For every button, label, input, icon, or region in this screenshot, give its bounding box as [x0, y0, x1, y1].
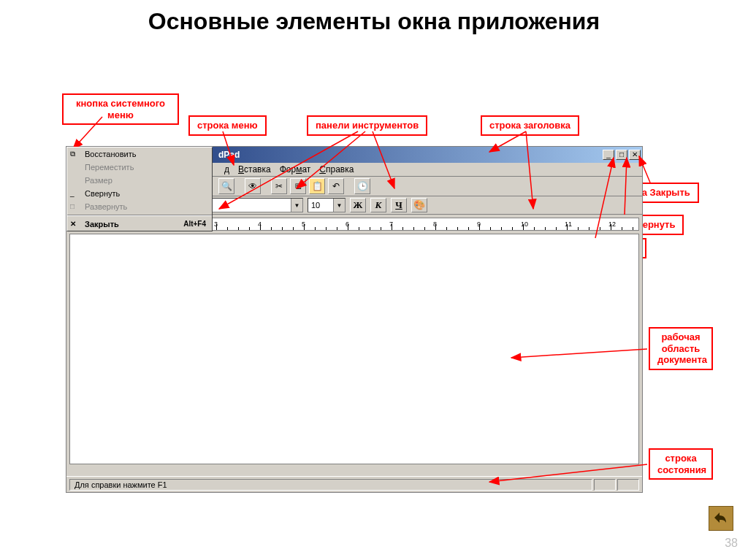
document-workarea[interactable] — [69, 234, 639, 464]
sysmenu-move: Переместить — [67, 161, 212, 174]
cut-button[interactable]: ✂ — [271, 178, 287, 194]
undo-button[interactable]: ↶ — [328, 178, 344, 194]
callout-titlebar: строка заголовка — [481, 115, 579, 136]
return-button[interactable] — [709, 506, 733, 531]
minimize-icon: _ — [70, 189, 75, 197]
italic-button[interactable]: К — [370, 198, 386, 212]
statusbar: Для справки нажмите F1 — [66, 476, 642, 492]
bold-button[interactable]: Ж — [350, 198, 366, 212]
status-text: Для справки нажмите F1 — [69, 479, 592, 491]
menu-format[interactable]: Формат — [280, 164, 311, 174]
status-pane-1 — [594, 479, 616, 491]
sysmenu-divider — [67, 215, 212, 216]
sysmenu-restore[interactable]: ⧉Восстановить — [67, 147, 212, 161]
status-pane-2 — [617, 479, 639, 491]
close-icon: ✕ — [70, 220, 76, 228]
datetime-button[interactable]: 🕒 — [354, 178, 370, 194]
callout-toolbars: панели инструментов — [307, 115, 427, 136]
sysmenu-close[interactable]: ✕ЗакрытьAlt+F4 — [67, 218, 212, 231]
menu-item-d[interactable]: д — [224, 164, 229, 174]
close-button[interactable]: ✕ — [629, 150, 641, 160]
copy-button[interactable]: ⧉ — [290, 178, 306, 194]
find-button[interactable]: 👁 — [245, 178, 261, 194]
color-button[interactable]: 🎨 — [411, 198, 427, 212]
slide-title: Основные элементы окна приложения — [0, 9, 748, 34]
sysmenu-maximize: □Развернуть — [67, 200, 212, 213]
underline-button[interactable]: Ч — [391, 198, 407, 212]
menu-help[interactable]: Справка — [319, 164, 354, 174]
font-size-combo[interactable]: 10 ▼ — [308, 198, 346, 212]
app-window: ⧉Восстановить Переместить Размер _Сверну… — [66, 146, 643, 493]
callout-workarea: рабочая область документа — [649, 327, 713, 370]
callout-sysmenu: кнопка системного меню — [62, 93, 179, 125]
sysmenu-minimize[interactable]: _Свернуть — [67, 187, 212, 200]
page-number: 38 — [725, 537, 738, 550]
sysmenu-size: Размер — [67, 174, 212, 187]
maximize-icon: □ — [70, 202, 75, 210]
print-preview-button[interactable]: 🔍 — [218, 178, 234, 194]
menu-insert[interactable]: Вставка — [238, 164, 271, 174]
paste-button[interactable]: 📋 — [309, 178, 325, 194]
minimize-button[interactable]: _ — [603, 150, 614, 160]
font-size-value: 10 — [308, 201, 333, 210]
system-menu: ⧉Восстановить Переместить Размер _Сверну… — [66, 147, 213, 231]
chevron-down-icon[interactable]: ▼ — [291, 199, 302, 212]
maximize-button[interactable]: □ — [616, 150, 627, 160]
restore-icon: ⧉ — [70, 150, 75, 158]
callout-statusbar: строка состояния — [649, 448, 713, 480]
chevron-down-icon[interactable]: ▼ — [333, 199, 345, 212]
callout-menubar: строка меню — [188, 115, 267, 136]
